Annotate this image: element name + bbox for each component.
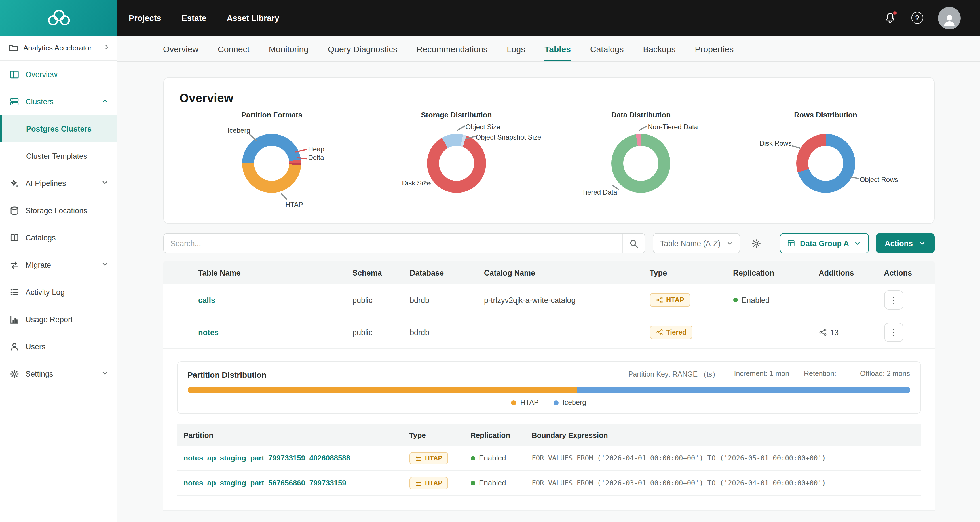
tab-connect[interactable]: Connect <box>218 44 250 61</box>
nav-projects[interactable]: Projects <box>129 13 161 22</box>
nav-asset-library[interactable]: Asset Library <box>227 13 279 22</box>
gear-icon <box>751 239 761 248</box>
tab-tables[interactable]: Tables <box>544 44 571 61</box>
user-avatar[interactable] <box>938 6 961 29</box>
sidebar-item-label: Cluster Templates <box>26 152 88 160</box>
sidebar-item-cluster-templates[interactable]: Cluster Templates <box>0 142 117 170</box>
cell-schema: public <box>352 328 410 337</box>
col-header-schema: Schema <box>352 269 410 277</box>
col-header-actions: Actions <box>884 269 934 277</box>
legend-item-htap: HTAP <box>511 399 539 407</box>
data-distribution-donut <box>612 134 671 193</box>
tab-recommendations[interactable]: Recommendations <box>417 44 487 61</box>
type-badge-label: HTAP <box>425 455 442 462</box>
project-label: Analytics Accelerator... <box>23 44 97 52</box>
sidebar-item-usage-report[interactable]: Usage Report <box>0 306 117 333</box>
type-badge-htap: HTAP <box>650 293 690 307</box>
col-header-boundary: Boundary Expression <box>532 431 921 439</box>
enabled-dot <box>471 456 475 460</box>
migrate-icon <box>10 260 19 270</box>
folder-icon <box>8 43 18 53</box>
search-button[interactable] <box>622 234 645 253</box>
sidebar-item-label: Overview <box>25 70 57 78</box>
donut-label-iceberg: Iceberg <box>228 126 250 134</box>
tab-overview[interactable]: Overview <box>163 44 199 61</box>
donut-label-disk-rows: Disk Rows <box>759 140 791 148</box>
table-header-row: Table Name Schema Database Catalog Name … <box>163 261 934 284</box>
htap-legend-dot <box>511 400 516 405</box>
partition-link[interactable]: notes_ap_staging_part_799733159_40260885… <box>183 454 409 462</box>
sidebar-item-users[interactable]: Users <box>0 333 117 360</box>
table-row-calls: calls public bdrdb p-trlzyv2qjk-a-write-… <box>163 284 934 317</box>
project-selector[interactable]: Analytics Accelerator... <box>0 36 117 60</box>
type-badge-label: HTAP <box>666 296 684 304</box>
bar-legend: HTAP Iceberg <box>188 399 910 407</box>
partition-link[interactable]: notes_ap_staging_part_567656860_79973315… <box>183 479 409 487</box>
users-icon <box>10 342 19 351</box>
tab-bar: Overview Connect Monitoring Query Diagno… <box>118 36 980 62</box>
sidebar-item-catalogs[interactable]: Catalogs <box>0 224 117 251</box>
bar-segment-htap <box>188 387 578 393</box>
actions-button[interactable]: Actions <box>876 233 934 253</box>
person-icon <box>941 11 958 28</box>
meta-offload: Offload: 2 mons <box>860 370 910 379</box>
replication-status: Enabled <box>733 296 819 304</box>
sort-select[interactable]: Table Name (A-Z) <box>653 233 740 253</box>
row-actions-button[interactable]: ⋮ <box>884 323 903 342</box>
sidebar-item-ai-pipelines[interactable]: AI Pipelines <box>0 170 117 197</box>
partition-distribution-title: Partition Distribution <box>188 370 266 379</box>
tab-monitoring[interactable]: Monitoring <box>269 44 309 61</box>
sidebar-item-storage-locations[interactable]: Storage Locations <box>0 197 117 224</box>
topbar: Projects Estate Asset Library ? <box>0 0 980 36</box>
bar-segment-iceberg <box>578 387 910 393</box>
search-input[interactable] <box>170 239 622 248</box>
tab-properties[interactable]: Properties <box>695 44 734 61</box>
tab-query-diagnostics[interactable]: Query Diagnostics <box>328 44 397 61</box>
partitions-table: Partition Type Replication Boundary Expr… <box>177 424 921 496</box>
type-badge-label: HTAP <box>425 479 442 486</box>
sidebar-item-postgres-clusters[interactable]: Postgres Clusters <box>0 115 117 142</box>
collapse-row-button[interactable]: − <box>175 326 188 339</box>
overview-icon <box>10 70 19 79</box>
help-button[interactable]: ? <box>912 12 923 24</box>
data-group-button[interactable]: Data Group A <box>780 233 869 253</box>
expanded-partition-section: Partition Distribution Partition Key: RA… <box>163 349 934 511</box>
partition-distribution-bar <box>188 387 910 393</box>
actions-label: Actions <box>885 239 913 248</box>
col-header-replication: Replication <box>733 269 819 277</box>
catalogs-icon <box>10 233 19 242</box>
nav-estate[interactable]: Estate <box>181 13 206 22</box>
donut-label-delta: Delta <box>308 154 324 162</box>
kebab-icon: ⋮ <box>889 327 898 337</box>
sidebar-item-migrate[interactable]: Migrate <box>0 251 117 279</box>
tables-table: Table Name Schema Database Catalog Name … <box>163 261 934 511</box>
cell-database: bdrdb <box>410 296 484 304</box>
col-header-type: Type <box>409 431 471 439</box>
sidebar-item-settings[interactable]: Settings <box>0 360 117 387</box>
sidebar-item-clusters[interactable]: Clusters <box>0 88 117 115</box>
notifications-button[interactable] <box>884 12 897 24</box>
sidebar: Analytics Accelerator... Overview Cluste… <box>0 36 118 522</box>
tab-logs[interactable]: Logs <box>507 44 525 61</box>
toolbar-divider <box>772 237 773 250</box>
col-header-replication: Replication <box>471 431 532 439</box>
type-badge-htap: HTAP <box>409 452 448 464</box>
rows-distribution-donut <box>796 134 855 193</box>
table-link-notes[interactable]: notes <box>198 328 352 337</box>
brand-logo[interactable] <box>0 0 118 36</box>
sidebar-item-overview[interactable]: Overview <box>0 60 117 88</box>
sidebar-item-label: Users <box>25 342 46 351</box>
tab-backups[interactable]: Backups <box>643 44 675 61</box>
row-actions-button[interactable]: ⋮ <box>884 290 903 310</box>
sidebar-item-activity-log[interactable]: Activity Log <box>0 279 117 306</box>
table-link-calls[interactable]: calls <box>198 296 352 304</box>
sidebar-item-label: Settings <box>25 369 53 378</box>
column-settings-button[interactable] <box>748 233 765 253</box>
col-header-additions: Additions <box>819 269 884 277</box>
tab-catalogs[interactable]: Catalogs <box>590 44 624 61</box>
table-row-notes: − notes public bdrdb Tiered — 13 ⋮ <box>163 317 934 349</box>
chevron-down-icon <box>101 178 109 188</box>
table-toolbar: Table Name (A-Z) Data Group A Actions <box>163 233 934 253</box>
chart-title: Partition Formats <box>180 111 364 119</box>
chart-partition-formats: Partition Formats Iceberg Heap Delta HTA… <box>180 111 364 212</box>
